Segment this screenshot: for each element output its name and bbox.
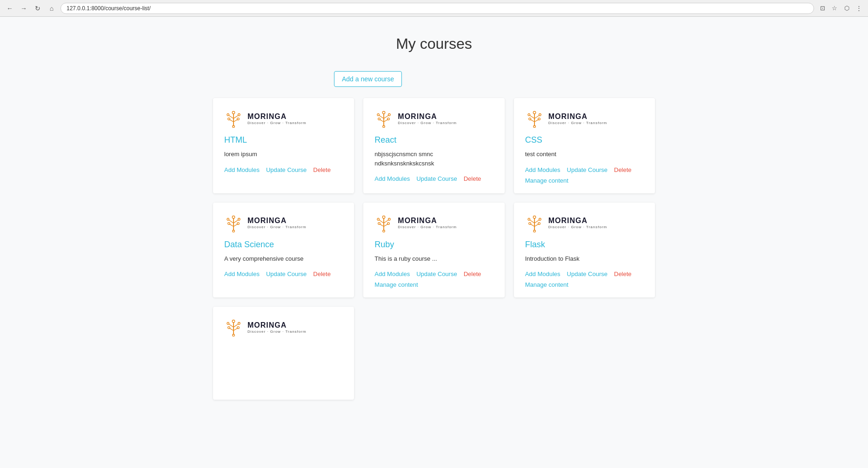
svg-point-69 xyxy=(227,323,229,325)
moringa-text: MORINGA Discover · Grow · Transform xyxy=(398,112,457,125)
course-title: Flask xyxy=(525,240,644,250)
browser-chrome: ← → ↻ ⌂ ⊡ ☆ ⬡ ⋮ xyxy=(0,0,868,17)
back-button[interactable]: ← xyxy=(5,3,15,13)
delete-link[interactable]: Delete xyxy=(464,270,481,277)
course-description: Introduction to Flask xyxy=(525,254,644,264)
menu-icon[interactable]: ⋮ xyxy=(854,4,863,13)
moringa-logo: MORINGA Discover · Grow · Transform xyxy=(224,318,343,336)
bookmark-icon[interactable]: ☆ xyxy=(830,4,839,13)
moringa-text: MORINGA Discover · Grow · Transform xyxy=(247,112,307,125)
moringa-tagline: Discover · Grow · Transform xyxy=(548,225,608,229)
update-course-link[interactable]: Update Course xyxy=(266,270,307,277)
moringa-brand-name: MORINGA xyxy=(247,112,307,121)
svg-point-47 xyxy=(377,218,380,220)
svg-point-3 xyxy=(227,114,229,116)
delete-link[interactable]: Delete xyxy=(614,270,632,277)
svg-point-7 xyxy=(228,118,230,120)
moringa-logo: MORINGA Discover · Grow · Transform xyxy=(224,214,343,232)
course-card: MORINGA Discover · Grow · Transform HTML… xyxy=(213,98,354,193)
update-course-link[interactable]: Update Course xyxy=(266,166,307,173)
delete-link[interactable]: Delete xyxy=(313,270,331,277)
svg-point-49 xyxy=(388,218,391,220)
moringa-tagline: Discover · Grow · Transform xyxy=(548,121,608,125)
course-card: MORINGA Discover · Grow · Transform Data… xyxy=(213,203,354,298)
svg-point-5 xyxy=(238,114,240,116)
moringa-tagline: Discover · Grow · Transform xyxy=(247,330,307,334)
add-modules-link[interactable]: Add Modules xyxy=(525,166,561,173)
delete-link[interactable]: Delete xyxy=(313,166,331,173)
course-card: MORINGA Discover · Grow · Transform Ruby… xyxy=(363,203,504,298)
svg-point-51 xyxy=(378,222,381,224)
moringa-brand-name: MORINGA xyxy=(398,112,457,121)
add-modules-link[interactable]: Add Modules xyxy=(224,166,260,173)
svg-point-58 xyxy=(528,218,530,220)
add-modules-link[interactable]: Add Modules xyxy=(525,270,561,277)
add-modules-link[interactable]: Add Modules xyxy=(374,270,410,277)
manage-content-link[interactable]: Manage content xyxy=(374,281,418,288)
moringa-brand-name: MORINGA xyxy=(247,321,307,330)
extensions-icon[interactable]: ⬡ xyxy=(842,4,851,13)
moringa-text: MORINGA Discover · Grow · Transform xyxy=(548,112,608,125)
forward-button[interactable]: → xyxy=(19,3,29,13)
svg-point-31 xyxy=(538,118,540,120)
delete-link[interactable]: Delete xyxy=(614,166,632,173)
moringa-text: MORINGA Discover · Grow · Transform xyxy=(247,217,307,229)
course-title: Data Science xyxy=(224,240,343,250)
moringa-brand-name: MORINGA xyxy=(548,217,608,225)
update-course-link[interactable]: Update Course xyxy=(416,175,457,182)
update-course-link[interactable]: Update Course xyxy=(567,270,608,277)
moringa-text: MORINGA Discover · Grow · Transform xyxy=(548,217,608,229)
course-card: MORINGA Discover · Grow · Transform xyxy=(213,307,354,400)
svg-point-18 xyxy=(378,118,381,120)
manage-content-link[interactable]: Manage content xyxy=(525,177,568,184)
moringa-tagline: Discover · Grow · Transform xyxy=(398,121,457,125)
moringa-text: MORINGA Discover · Grow · Transform xyxy=(247,321,307,334)
course-title: CSS xyxy=(525,135,644,145)
add-modules-link[interactable]: Add Modules xyxy=(374,175,410,182)
moringa-tagline: Discover · Grow · Transform xyxy=(247,225,307,229)
home-button[interactable]: ⌂ xyxy=(47,3,57,13)
svg-point-27 xyxy=(539,114,541,116)
course-description: This is a ruby course ... xyxy=(374,254,493,264)
moringa-brand-name: MORINGA xyxy=(247,217,307,225)
svg-point-62 xyxy=(528,222,531,224)
page-title: My courses xyxy=(9,35,859,53)
moringa-logo: MORINGA Discover · Grow · Transform xyxy=(224,109,343,128)
svg-point-38 xyxy=(238,218,240,220)
courses-grid: MORINGA Discover · Grow · Transform HTML… xyxy=(213,98,655,400)
cast-icon[interactable]: ⊡ xyxy=(818,4,827,13)
reload-button[interactable]: ↻ xyxy=(33,3,43,13)
course-title: Ruby xyxy=(374,240,493,250)
course-actions: Add Modules Update Course Delete xyxy=(525,166,644,173)
course-card: MORINGA Discover · Grow · Transform CSS … xyxy=(514,98,655,193)
moringa-logo: MORINGA Discover · Grow · Transform xyxy=(525,214,644,232)
course-description: A very comprehensive course xyxy=(224,254,343,264)
add-new-course-button[interactable]: Add a new course xyxy=(334,71,402,87)
update-course-link[interactable]: Update Course xyxy=(567,166,608,173)
svg-point-29 xyxy=(528,118,531,120)
address-bar[interactable] xyxy=(60,3,814,14)
svg-point-71 xyxy=(238,323,240,325)
course-title: React xyxy=(374,135,493,145)
svg-point-20 xyxy=(387,118,390,120)
add-modules-link[interactable]: Add Modules xyxy=(224,270,260,277)
moringa-brand-name: MORINGA xyxy=(398,217,457,225)
update-course-link[interactable]: Update Course xyxy=(416,270,457,277)
moringa-text: MORINGA Discover · Grow · Transform xyxy=(398,217,457,229)
manage-content-link[interactable]: Manage content xyxy=(525,281,568,288)
course-card: MORINGA Discover · Grow · Transform Flas… xyxy=(514,203,655,298)
course-actions: Add Modules Update Course Delete xyxy=(224,166,343,173)
course-description: nbjsscjscnsmcn smnc ndksnksnsknkskcsnsk xyxy=(374,150,493,168)
course-actions: Add Modules Update Course Delete xyxy=(224,270,343,277)
delete-link[interactable]: Delete xyxy=(464,175,481,182)
course-manage-actions: Manage content xyxy=(525,281,644,288)
svg-point-36 xyxy=(227,218,229,220)
svg-point-73 xyxy=(228,327,230,329)
svg-point-25 xyxy=(528,114,530,116)
moringa-tagline: Discover · Grow · Transform xyxy=(398,225,457,229)
course-actions: Add Modules Update Course Delete xyxy=(374,270,493,277)
moringa-logo: MORINGA Discover · Grow · Transform xyxy=(374,214,493,232)
course-manage-actions: Manage content xyxy=(374,281,493,288)
moringa-logo: MORINGA Discover · Grow · Transform xyxy=(374,109,493,128)
course-title: HTML xyxy=(224,135,343,145)
